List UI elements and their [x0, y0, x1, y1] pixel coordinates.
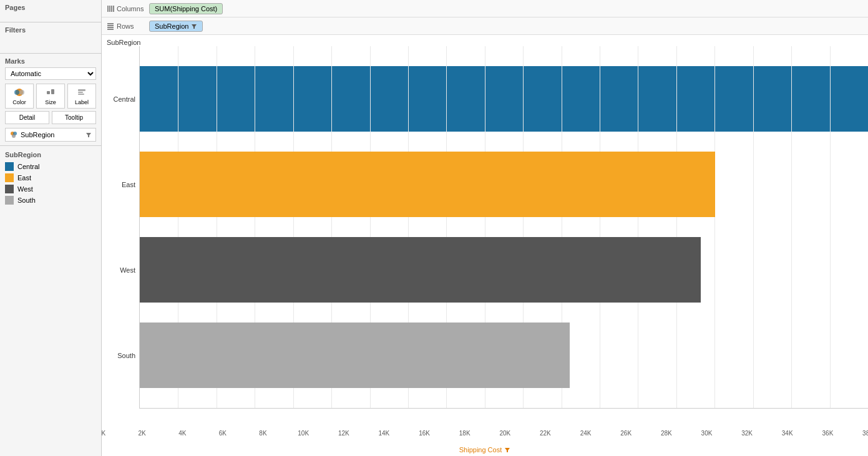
x-tick: 12K: [338, 430, 349, 437]
chart-body: CentralEastWestSouth: [102, 46, 868, 427]
label-button[interactable]: Label: [67, 84, 96, 109]
y-labels: CentralEastWestSouth: [102, 46, 139, 409]
svg-rect-17: [107, 25, 114, 26]
svg-marker-20: [192, 24, 197, 29]
y-label-west: West: [120, 266, 135, 274]
detail-button[interactable]: Detail: [5, 111, 49, 124]
legend-item: East: [5, 173, 96, 182]
legend-color-swatch: [5, 162, 14, 171]
y-label-south: South: [117, 352, 135, 359]
x-tick: 34K: [782, 430, 793, 437]
size-label: Size: [45, 99, 56, 105]
x-tick: 28K: [661, 430, 672, 437]
main-area: Columns SUM(Shipping Cost) Rows SubRegio…: [102, 0, 868, 456]
svg-rect-16: [107, 23, 114, 24]
x-tick: 4K: [178, 430, 186, 437]
grid-line: [600, 46, 600, 408]
svg-rect-13: [109, 6, 110, 12]
marks-buttons-row2: Detail Tooltip: [5, 111, 96, 124]
marks-title: Marks: [5, 57, 96, 65]
y-label-east: East: [122, 181, 135, 188]
svg-rect-4: [51, 89, 54, 94]
color-label: Color: [12, 99, 26, 105]
x-tick: 6K: [219, 430, 227, 437]
svg-rect-5: [78, 89, 85, 91]
bar-east[interactable]: [140, 152, 715, 216]
x-tick: 18K: [459, 430, 471, 437]
left-panel: Pages Filters Marks Automatic Color: [0, 0, 102, 456]
grid-line: [676, 46, 677, 408]
x-tick: 36K: [822, 430, 834, 437]
rows-filter-icon: [191, 23, 197, 29]
subregion-pill-label: SubRegion: [21, 131, 54, 138]
svg-marker-11: [86, 133, 91, 137]
legend-item-label: South: [17, 196, 36, 204]
subregion-pill[interactable]: SubRegion: [5, 128, 96, 142]
bar-central[interactable]: [140, 66, 868, 131]
rows-shelf-label: Rows: [107, 22, 144, 30]
legend-item: West: [5, 185, 96, 193]
rows-icon: [107, 22, 114, 30]
label-icon: [76, 87, 87, 98]
grid-line: [791, 46, 792, 408]
x-tick: 26K: [620, 430, 631, 437]
legend-item-label: West: [17, 185, 33, 193]
svg-rect-12: [107, 6, 109, 12]
rows-pill[interactable]: SubRegion: [149, 21, 203, 32]
rows-shelf: Rows SubRegion: [102, 17, 868, 35]
marks-type-dropdown[interactable]: Automatic: [5, 67, 96, 80]
svg-rect-18: [107, 27, 114, 28]
tooltip-button[interactable]: Tooltip: [52, 111, 96, 124]
color-button[interactable]: Color: [5, 84, 34, 109]
pages-section: Pages: [0, 0, 101, 22]
subregion-icon: [9, 130, 18, 139]
legend-item-label: East: [17, 174, 31, 182]
x-axis-container: 0K2K4K6K8K10K12K14K16K18K20K22K24K26K28K…: [102, 427, 868, 446]
svg-rect-7: [78, 94, 84, 95]
svg-rect-3: [47, 91, 50, 94]
size-button[interactable]: Size: [36, 84, 65, 109]
columns-pill[interactable]: SUM(Shipping Cost): [149, 3, 223, 14]
x-axis-filter-icon: [504, 447, 510, 453]
grid-line: [638, 46, 638, 408]
x-tick: 20K: [499, 430, 510, 437]
x-tick: 30K: [701, 430, 713, 437]
filter-pill-icon: [85, 132, 92, 138]
x-tick: 8K: [259, 430, 266, 437]
pages-title: Pages: [5, 4, 96, 11]
chart-container: SubRegion CentralEastWestSouth 0K2K4K6K8…: [102, 35, 868, 456]
grid-line: [714, 46, 715, 408]
svg-rect-15: [113, 6, 114, 12]
bar-west[interactable]: [140, 237, 701, 302]
svg-point-1: [14, 90, 19, 95]
size-icon: [45, 87, 56, 98]
bars-area: [139, 46, 868, 409]
legend-color-swatch: [5, 185, 14, 193]
x-tick: 16K: [419, 430, 430, 437]
columns-icon: [107, 5, 114, 12]
legend-item: South: [5, 196, 96, 205]
legend-section: SubRegion Central East West South: [0, 146, 101, 212]
filters-title: Filters: [5, 26, 96, 34]
x-tick: 0K: [102, 430, 105, 437]
svg-point-2: [19, 90, 24, 95]
y-label-central: Central: [114, 95, 135, 103]
marks-buttons-row1: Color Size: [5, 84, 96, 109]
svg-rect-6: [78, 92, 83, 93]
legend-color-swatch: [5, 173, 14, 182]
legend-items: Central East West South: [5, 162, 96, 205]
x-tick: 32K: [741, 430, 753, 437]
label-label: Label: [75, 99, 89, 105]
color-icon: [14, 87, 25, 98]
legend-item-label: Central: [17, 163, 39, 170]
svg-point-10: [12, 134, 16, 138]
x-axis-label: Shipping Cost: [459, 446, 502, 454]
x-axis-label-row: Shipping Cost: [102, 446, 868, 456]
columns-shelf-label: Columns: [107, 5, 144, 12]
bar-south[interactable]: [140, 323, 570, 387]
x-tick: 38K: [862, 430, 868, 437]
grid-line: [830, 46, 831, 408]
grid-line: [753, 46, 754, 408]
x-tick: 14K: [378, 430, 389, 437]
x-tick: 22K: [540, 430, 551, 437]
